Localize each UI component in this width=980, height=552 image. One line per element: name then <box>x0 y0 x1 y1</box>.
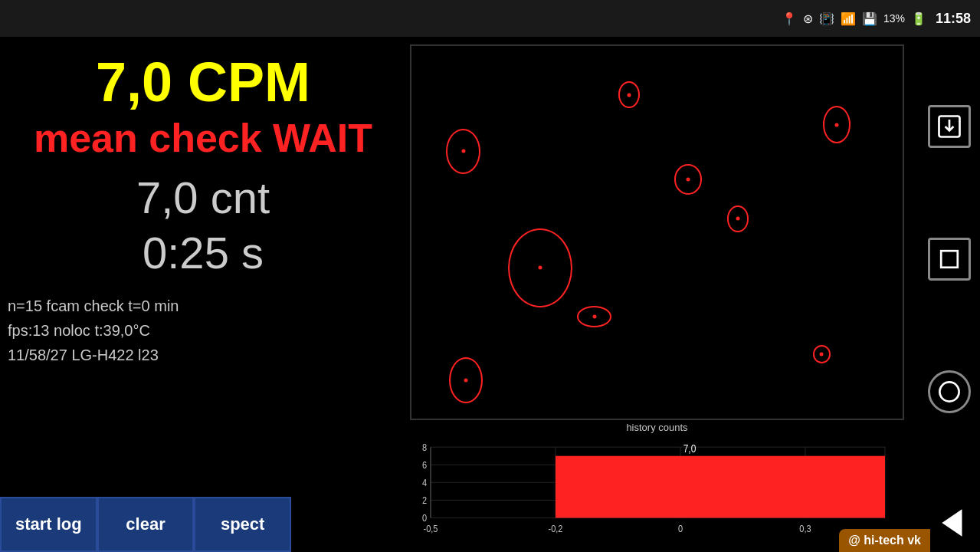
start-log-button[interactable]: start log <box>0 497 97 552</box>
spect-button[interactable]: spect <box>194 497 291 552</box>
bottom-buttons: start log clear spect <box>0 497 291 552</box>
bluetooth-icon: ⊛ <box>803 12 813 26</box>
svg-text:8: 8 <box>422 442 427 453</box>
sd-icon: 💾 <box>862 12 877 26</box>
wifi-icon: 📶 <box>841 12 856 26</box>
location-icon: 📍 <box>782 12 797 26</box>
info-text: n=15 fcam check t=0 min fps:13 noloc t:3… <box>8 294 398 367</box>
detection-circle <box>446 129 480 174</box>
svg-text:7,0: 7,0 <box>683 442 696 455</box>
svg-marker-27 <box>944 511 961 534</box>
detection-circle <box>508 228 572 307</box>
detection-circle <box>727 205 749 232</box>
svg-text:6: 6 <box>422 459 427 471</box>
camera-view <box>410 44 904 420</box>
chart-container: 8 6 4 2 0 7,0 -0,5 -0,2 0 <box>410 435 904 550</box>
info-line-2: fps:13 noloc t:39,0°C <box>8 318 398 343</box>
svg-rect-4 <box>941 251 958 268</box>
circle-button[interactable] <box>928 370 971 413</box>
mean-check-status: mean check WAIT <box>8 117 398 160</box>
status-bar: 📍 ⊛ 📳 📶 💾 13% 🔋 11:58 <box>0 0 980 37</box>
svg-text:-0,2: -0,2 <box>549 523 563 534</box>
info-line-1: n=15 fcam check t=0 min <box>8 294 398 318</box>
square-button[interactable] <box>928 238 971 281</box>
battery-percent: 13% <box>883 12 905 25</box>
history-chart-area: history counts 8 6 4 2 0 7,0 <box>410 422 904 552</box>
svg-text:4: 4 <box>422 477 427 488</box>
detection-circle <box>618 81 640 108</box>
time-display-status: 11:58 <box>936 11 971 27</box>
svg-text:2: 2 <box>422 495 427 506</box>
svg-text:0: 0 <box>678 523 683 534</box>
detection-circle <box>577 306 611 327</box>
svg-point-5 <box>939 383 959 402</box>
detection-circle <box>813 345 831 363</box>
chart-title: history counts <box>410 422 904 433</box>
count-value: 7,0 cnt <box>8 172 398 223</box>
clear-button[interactable]: clear <box>97 497 195 552</box>
battery-icon: 🔋 <box>911 12 926 26</box>
time-value: 0:25 s <box>8 227 398 278</box>
svg-rect-21 <box>556 456 885 518</box>
watermark: @ hi-tech vk <box>839 529 930 552</box>
cpm-value: 7,0 CPM <box>8 52 398 113</box>
detection-circle <box>674 164 702 194</box>
info-line-3: 11/58/27 LG-H422 l23 <box>8 343 398 367</box>
detection-circle <box>449 357 483 403</box>
import-button[interactable] <box>928 105 971 148</box>
vibrate-icon: 📳 <box>819 12 834 26</box>
back-button[interactable] <box>929 501 972 544</box>
detection-circle <box>823 106 851 143</box>
detection-canvas <box>411 46 903 419</box>
left-panel: 7,0 CPM mean check WAIT 7,0 cnt 0:25 s n… <box>0 37 406 552</box>
right-sidebar <box>919 44 980 474</box>
svg-text:0: 0 <box>422 512 427 524</box>
svg-text:0,3: 0,3 <box>799 523 811 534</box>
svg-text:-0,5: -0,5 <box>424 523 438 534</box>
chart-svg: 8 6 4 2 0 7,0 -0,5 -0,2 0 <box>410 435 904 550</box>
